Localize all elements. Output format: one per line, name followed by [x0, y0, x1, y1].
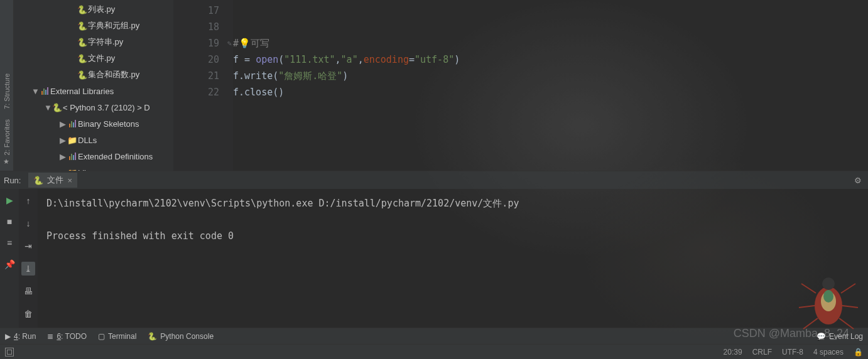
favorites-tool-button[interactable]: ★ 2: Favorites	[0, 114, 13, 171]
terminal-tab-button[interactable]: ▢ Terminal	[98, 332, 136, 341]
structure-label: 7: Structure	[3, 73, 11, 109]
chevron-down-icon: ▼	[31, 87, 39, 96]
svg-line-4	[801, 284, 816, 293]
python-file-icon: 🐍	[77, 5, 88, 14]
svg-point-2	[823, 290, 833, 303]
run-tab[interactable]: 🐍 文件 ×	[28, 173, 77, 188]
pin-button[interactable]: 📌	[3, 258, 16, 271]
favorites-label: 2: Favorites	[3, 119, 11, 155]
up-button[interactable]: ↑	[21, 194, 35, 208]
line-gutter: 17 18 19✎ 20 21 22	[173, 0, 233, 171]
gear-icon[interactable]: ⚙	[854, 176, 862, 185]
folder-icon: 📁	[67, 136, 78, 145]
tree-lib[interactable]: ▶ 📁 Lib	[14, 164, 173, 171]
chevron-down-icon: ▼	[44, 103, 52, 112]
tool-sidebar-left: 7: Structure ★ 2: Favorites	[0, 0, 14, 171]
play-icon: ▶	[5, 332, 11, 341]
print-button[interactable]: 🖶	[21, 284, 35, 298]
structure-tool-button[interactable]: 7: Structure	[0, 68, 13, 114]
status-bar: 20:39 CRLF UTF-8 4 spaces 🔒	[0, 344, 868, 359]
python-file-icon: 🐍	[77, 38, 88, 47]
python-sdk-node[interactable]: ▼ 🐍 < Python 3.7 (2102) > D	[14, 99, 173, 115]
scroll-button[interactable]: ⤓	[21, 262, 35, 276]
chevron-right-icon: ▶	[59, 152, 67, 161]
run-header: Run: 🐍 文件 × ⚙	[0, 171, 868, 189]
external-libraries-node[interactable]: ▼ External Libraries	[14, 83, 173, 99]
python-file-icon: 🐍	[77, 70, 88, 80]
svg-line-5	[841, 284, 855, 293]
layout-button[interactable]: ≡	[3, 237, 16, 249]
python-file-icon: 🐍	[77, 54, 88, 63]
status-eol[interactable]: CRLF	[752, 348, 772, 356]
star-icon: ★	[3, 158, 11, 166]
tree-lib[interactable]: ▶ Binary Skeletons	[14, 115, 173, 132]
run-nav: ↑ ↓ ⇥ ⤓ 🖶 🗑	[19, 189, 38, 328]
svg-line-9	[839, 318, 854, 329]
status-indent[interactable]: 4 spaces	[813, 348, 844, 356]
tree-lib[interactable]: ▶ Extended Definitions	[14, 148, 173, 164]
rerun-button[interactable]: ▶	[3, 194, 16, 206]
python-icon: 🐍	[52, 103, 63, 112]
todo-tab-button[interactable]: ≣ 6: TODO	[47, 332, 87, 341]
down-button[interactable]: ↓	[21, 217, 35, 230]
python-file-icon: 🐍	[33, 176, 43, 185]
project-tree[interactable]: 🐍 列表.py 🐍 字典和元组.py 🐍 字符串.py 🐍 文件.py 🐍 集合…	[14, 0, 173, 171]
tree-file[interactable]: 🐍 字符串.py	[14, 34, 173, 50]
console-output[interactable]: D:\install\pycharm\2102\venv\Scripts\pyt…	[38, 189, 868, 328]
console-line: Process finished with exit code 0	[46, 228, 859, 244]
svg-point-3	[822, 277, 835, 290]
lock-icon[interactable]: 🔒	[854, 348, 863, 356]
wrap-button[interactable]: ⇥	[21, 239, 35, 253]
windows-icon[interactable]	[5, 348, 14, 356]
svg-line-6	[799, 306, 815, 308]
run-controls: ▶ ■ ≡ 📌	[0, 189, 19, 328]
terminal-icon: ▢	[98, 332, 105, 341]
run-tool-window: Run: 🐍 文件 × ⚙ ▶ ■ ≡ 📌 ↑ ↓ ⇥ ⤓ 🖶 🗑	[0, 171, 868, 328]
library-icon	[39, 87, 50, 95]
status-encoding[interactable]: UTF-8	[782, 348, 803, 356]
svg-line-8	[803, 318, 818, 329]
chevron-right-icon: ▶	[59, 119, 67, 129]
tree-file[interactable]: 🐍 字典和元组.py	[14, 18, 173, 34]
library-icon	[67, 120, 78, 127]
run-tab-button[interactable]: ▶ 4: Run	[5, 332, 36, 341]
bug-graphic	[794, 265, 863, 334]
python-file-icon: 🐍	[77, 21, 88, 31]
chevron-right-icon: ▶	[59, 136, 67, 145]
python-console-tab-button[interactable]: 🐍 Python Console	[148, 332, 214, 341]
intention-bulb-icon[interactable]: 💡	[239, 38, 251, 49]
run-title: Run:	[4, 176, 21, 185]
tree-file[interactable]: 🐍 文件.py	[14, 50, 173, 67]
python-icon: 🐍	[148, 332, 157, 341]
tree-file[interactable]: 🐍 集合和函数.py	[14, 67, 173, 83]
status-time: 20:39	[724, 348, 742, 356]
tree-file[interactable]: 🐍 列表.py	[14, 1, 173, 18]
close-icon[interactable]: ×	[67, 176, 72, 185]
console-line: D:\install\pycharm\2102\venv\Scripts\pyt…	[46, 195, 859, 212]
tree-lib[interactable]: ▶ 📁 DLLs	[14, 132, 173, 148]
list-icon: ≣	[47, 332, 53, 341]
edit-marker-icon: ✎	[227, 35, 232, 51]
svg-line-7	[842, 306, 858, 308]
stop-button[interactable]: ■	[3, 215, 16, 228]
trash-button[interactable]: 🗑	[21, 307, 35, 321]
code-area[interactable]: #💡可写 f = open("111.txt","a",encoding="ut…	[233, 0, 868, 171]
library-icon	[67, 153, 78, 160]
code-editor[interactable]: 17 18 19✎ 20 21 22 #💡可写 f = open("111.tx…	[173, 0, 868, 171]
